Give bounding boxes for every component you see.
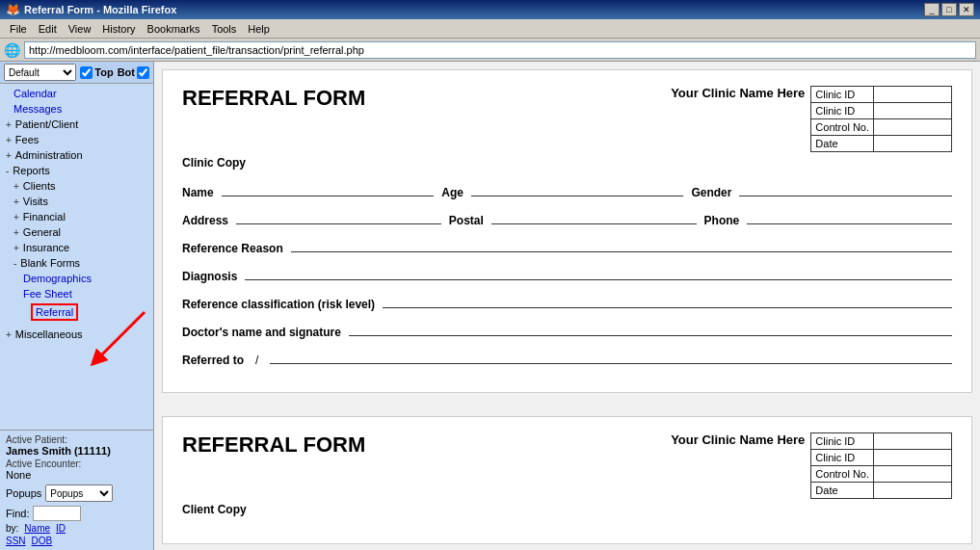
sidebar-item-blank-forms[interactable]: - Blank Forms: [0, 255, 153, 271]
financial-label: Financial: [23, 211, 66, 223]
insurance-label: Insurance: [23, 242, 69, 253]
postal-label: Postal: [449, 214, 484, 227]
age-line: [471, 181, 684, 196]
miscellaneous-label: Miscellaneous: [15, 328, 83, 340]
top-checkbox[interactable]: [80, 66, 93, 79]
sidebar-top: Default Top Bot: [0, 62, 153, 84]
referred-to-row: Referred to /: [182, 349, 952, 367]
active-patient-name: James Smith (11111): [6, 445, 147, 457]
sidebar-item-miscellaneous[interactable]: + Miscellaneous: [0, 327, 153, 342]
fee-sheet-link[interactable]: Fee Sheet: [23, 288, 72, 300]
sidebar-item-financial[interactable]: + Financial: [0, 209, 153, 224]
find-input[interactable]: [33, 506, 81, 521]
diagnosis-line: [245, 265, 952, 280]
plus-icon: +: [6, 329, 12, 340]
reference-reason-line: [291, 237, 952, 252]
find-by-id[interactable]: ID: [56, 523, 66, 534]
sidebar-item-insurance[interactable]: + Insurance: [0, 240, 153, 255]
form-copy-1: Clinic Copy: [182, 156, 952, 170]
menu-view[interactable]: View: [63, 21, 97, 37]
calendar-link[interactable]: Calendar: [13, 88, 57, 99]
top-label: Top: [94, 66, 113, 78]
sidebar-item-clients[interactable]: + Clients: [0, 178, 153, 194]
minimize-button[interactable]: _: [924, 3, 940, 16]
plus-icon: +: [13, 196, 19, 207]
plus-icon: +: [6, 150, 12, 161]
demographics-link[interactable]: Demographics: [23, 273, 92, 284]
visits-label: Visits: [23, 196, 48, 207]
address-line: [236, 209, 441, 224]
menu-bookmarks[interactable]: Bookmarks: [142, 21, 206, 37]
minus-icon: -: [6, 166, 9, 176]
find-by-label: by:: [6, 523, 18, 534]
form-header-1: REFERRAL FORM Your Clinic Name Here Clin…: [182, 86, 952, 152]
active-patient-label: Active Patient:: [6, 434, 147, 445]
menu-history[interactable]: History: [96, 21, 141, 37]
reports-label: Reports: [13, 165, 50, 176]
gender-line: [739, 181, 952, 196]
bot-checkbox[interactable]: [137, 66, 149, 79]
control-no-value: [874, 119, 951, 136]
messages-link[interactable]: Messages: [13, 103, 62, 115]
doctor-label: Doctor's name and signature: [182, 326, 341, 339]
clinic-id-label-1: Clinic ID: [811, 87, 874, 103]
clinic-id-value-1: [874, 87, 951, 103]
sidebar-item-fee-sheet[interactable]: Fee Sheet: [0, 286, 153, 301]
close-button[interactable]: ✕: [959, 3, 974, 16]
bot-checkbox-label: Bot: [118, 66, 149, 79]
content-area: REFERRAL FORM Your Clinic Name Here Clin…: [154, 62, 980, 550]
fees-label: Fees: [15, 134, 39, 145]
referral-link[interactable]: Referral: [31, 303, 78, 321]
diagnosis-label: Diagnosis: [182, 270, 237, 283]
find-by-name[interactable]: Name: [24, 523, 50, 534]
find-by-ssn[interactable]: SSN: [6, 536, 26, 546]
blank-forms-label: Blank Forms: [20, 257, 80, 269]
clinic-id-value-2: [874, 103, 951, 119]
sidebar-nav: Calendar Messages + Patient/Client + Fee…: [0, 84, 153, 430]
reference-reason-label: Reference Reason: [182, 242, 283, 255]
clinic-fields-1: Clinic ID Clinic ID Control No.: [810, 86, 952, 152]
maximize-button[interactable]: □: [941, 3, 957, 16]
sidebar-item-reports[interactable]: - Reports: [0, 163, 153, 178]
active-encounter-label: Active Encounter:: [6, 458, 147, 469]
bot-label: Bot: [118, 66, 135, 78]
sidebar-item-patient-client[interactable]: + Patient/Client: [0, 117, 153, 132]
title-bar: 🦊 Referral Form - Mozilla Firefox _ □ ✕: [0, 0, 980, 19]
form-title-text-1: REFERRAL FORM: [182, 86, 365, 111]
age-label: Age: [441, 186, 464, 199]
menu-tools[interactable]: Tools: [206, 21, 243, 37]
menu-bar: File Edit View History Bookmarks Tools H…: [0, 19, 980, 39]
plus-icon: +: [13, 243, 19, 253]
date-label-2: Date: [811, 483, 874, 498]
clients-label: Clients: [23, 180, 56, 192]
date-label: Date: [811, 136, 874, 151]
clinic-id-label-4: Clinic ID: [811, 450, 874, 466]
menu-edit[interactable]: Edit: [33, 21, 63, 37]
sidebar-item-fees[interactable]: + Fees: [0, 132, 153, 147]
plus-icon: +: [13, 212, 19, 223]
sidebar-item-demographics[interactable]: Demographics: [0, 271, 153, 286]
menu-file[interactable]: File: [4, 21, 33, 37]
sidebar-item-referral[interactable]: Referral: [0, 301, 153, 323]
sidebar-item-visits[interactable]: + Visits: [0, 194, 153, 209]
find-by-dob[interactable]: DOB: [32, 536, 53, 546]
ref-class-line: [383, 293, 952, 308]
find-label: Find:: [6, 508, 29, 519]
address-input[interactable]: [24, 41, 976, 59]
sidebar-item-calendar[interactable]: Calendar: [0, 86, 153, 101]
postal-line: [491, 209, 697, 224]
referred-to-slash: /: [255, 354, 258, 367]
sidebar-item-administration[interactable]: + Administration: [0, 147, 153, 163]
referral-form-2: REFERRAL FORM Your Clinic Name Here Clin…: [162, 416, 972, 544]
doctor-line: [349, 321, 952, 336]
sidebar-item-messages[interactable]: Messages: [0, 101, 153, 117]
sidebar-item-general[interactable]: + General: [0, 224, 153, 240]
default-select[interactable]: Default: [4, 64, 76, 81]
find-by-row2: SSN DOB: [6, 536, 147, 546]
menu-help[interactable]: Help: [242, 21, 276, 37]
address-row: Address Postal Phone: [182, 209, 952, 227]
form-copy-2: Client Copy: [182, 503, 952, 516]
top-checkbox-label: Top: [80, 66, 113, 79]
popups-select[interactable]: Popups: [45, 485, 113, 502]
active-encounter-val: None: [6, 469, 147, 481]
